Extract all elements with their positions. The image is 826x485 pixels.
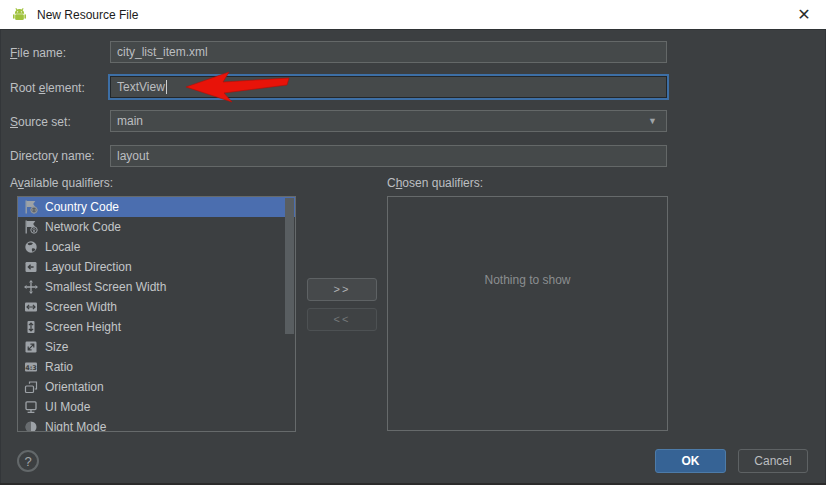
qualifier-item-label: Screen Width	[45, 300, 117, 314]
orientation-icon	[23, 379, 39, 395]
file-name-input[interactable]	[110, 41, 667, 63]
qualifier-item-network-code[interactable]: Network Code	[18, 217, 295, 237]
qualifier-item-label: Locale	[45, 240, 80, 254]
android-logo-icon	[11, 6, 28, 23]
file-name-label: File name:	[10, 46, 66, 60]
layout-direction-icon	[23, 259, 39, 275]
qualifier-item-label: Orientation	[45, 380, 104, 394]
qualifier-item-smallest-screen-width[interactable]: Smallest Screen Width	[18, 277, 295, 297]
empty-state-text: Nothing to show	[388, 273, 667, 287]
source-set-combobox[interactable]: main ▼	[110, 110, 667, 132]
qualifier-item-label: Size	[45, 340, 68, 354]
ok-button[interactable]: OK	[655, 449, 726, 473]
remove-qualifier-button[interactable]: <<	[307, 308, 377, 331]
scrollbar[interactable]	[285, 198, 294, 334]
night-mode-icon	[23, 419, 39, 432]
qualifier-item-label: Layout Direction	[45, 260, 132, 274]
ratio-icon: 4:3	[23, 359, 39, 375]
available-qualifiers-label: Available qualifiers:	[10, 176, 113, 190]
chosen-qualifiers-panel: Nothing to show	[387, 196, 668, 431]
qualifier-item-label: UI Mode	[45, 400, 90, 414]
qualifier-item-country-code[interactable]: Country Code	[18, 197, 295, 217]
qualifier-item-label: Ratio	[45, 360, 73, 374]
root-element-value: TextView	[117, 80, 165, 94]
qualifier-item-locale[interactable]: Locale	[18, 237, 295, 257]
screen-width-icon	[23, 299, 39, 315]
chosen-qualifiers-label: Chosen qualifiers:	[387, 176, 483, 190]
locale-icon	[23, 239, 39, 255]
network-code-icon	[23, 219, 39, 235]
qualifier-item-size[interactable]: Size	[18, 337, 295, 357]
titlebar: New Resource File ✕	[0, 0, 826, 30]
qualifier-item-label: Night Mode	[45, 420, 106, 432]
root-element-label: Root element:	[10, 81, 85, 95]
screen-height-icon	[23, 319, 39, 335]
text-cursor	[166, 80, 167, 94]
directory-name-label: Directory name:	[10, 149, 95, 163]
qualifier-item-screen-width[interactable]: Screen Width	[18, 297, 295, 317]
size-icon	[23, 339, 39, 355]
directory-name-input[interactable]	[110, 145, 667, 167]
close-icon[interactable]: ✕	[792, 4, 816, 26]
qualifier-item-night-mode[interactable]: Night Mode	[18, 417, 295, 432]
help-button[interactable]: ?	[17, 450, 39, 472]
qualifier-item-label: Country Code	[45, 200, 119, 214]
qualifier-item-label: Network Code	[45, 220, 121, 234]
qualifier-item-screen-height[interactable]: Screen Height	[18, 317, 295, 337]
qualifier-item-ui-mode[interactable]: UI Mode	[18, 397, 295, 417]
country-code-icon	[23, 199, 39, 215]
smallest-screen-width-icon	[23, 279, 39, 295]
qualifier-item-orientation[interactable]: Orientation	[18, 377, 295, 397]
qualifier-item-label: Screen Height	[45, 320, 121, 334]
root-element-input[interactable]: TextView	[110, 76, 667, 98]
add-qualifier-button[interactable]: >>	[307, 278, 377, 301]
available-qualifiers-list[interactable]: Country CodeNetwork CodeLocaleLayout Dir…	[17, 196, 296, 432]
ui-mode-icon	[23, 399, 39, 415]
window-title: New Resource File	[37, 8, 138, 22]
cancel-button[interactable]: Cancel	[738, 449, 808, 473]
qualifier-item-layout-direction[interactable]: Layout Direction	[18, 257, 295, 277]
source-set-value: main	[117, 114, 143, 128]
qualifier-item-ratio[interactable]: 4:3Ratio	[18, 357, 295, 377]
svg-text:4:3: 4:3	[25, 364, 37, 372]
new-resource-file-dialog: New Resource File ✕ File name: Root elem…	[0, 0, 826, 485]
chevron-down-icon: ▼	[648, 116, 657, 126]
qualifier-item-label: Smallest Screen Width	[45, 280, 166, 294]
source-set-label: Source set:	[10, 115, 71, 129]
